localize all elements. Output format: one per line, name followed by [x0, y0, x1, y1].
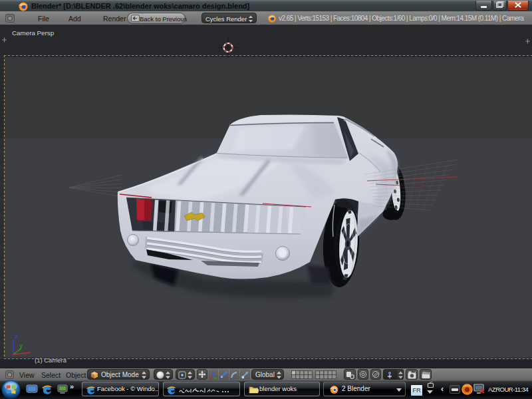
svg-text:z: z: [15, 333, 18, 340]
svg-text:Camera Persp: Camera Persp: [12, 29, 55, 37]
svg-text:(1) Camera: (1) Camera: [35, 356, 67, 364]
